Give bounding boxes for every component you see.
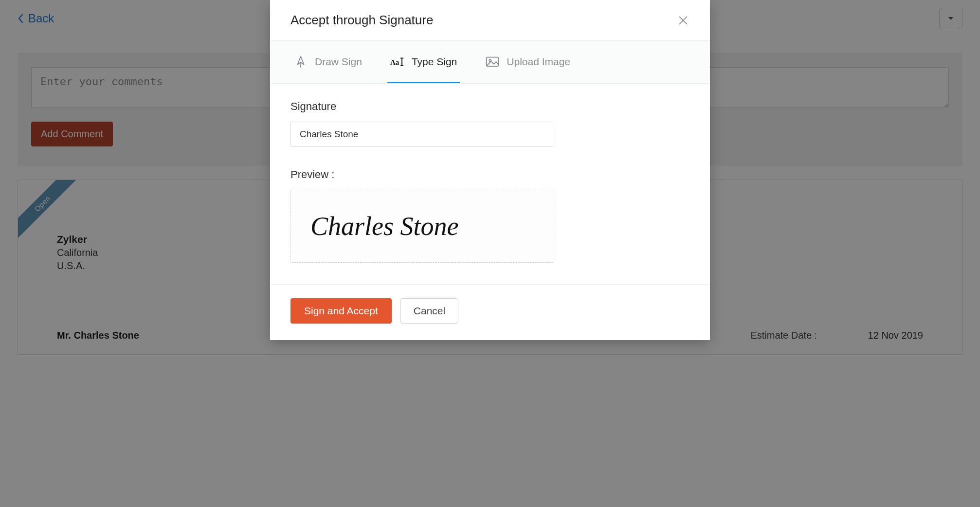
close-button[interactable] (677, 14, 690, 27)
tab-type-sign[interactable]: Aa Type Sign (387, 41, 460, 83)
preview-label: Preview : (290, 168, 690, 181)
tab-draw-sign[interactable]: Draw Sign (290, 41, 365, 83)
signature-preview: Charles Stone (290, 190, 553, 263)
cancel-button[interactable]: Cancel (400, 298, 458, 324)
modal-tabs: Draw Sign Aa Type Sign Upload Image (270, 41, 710, 84)
tab-label: Type Sign (412, 56, 457, 68)
type-icon: Aa (390, 54, 405, 69)
modal-header: Accept through Signature (270, 0, 710, 41)
signature-input[interactable] (290, 122, 553, 147)
tab-upload-image[interactable]: Upload Image (482, 41, 573, 83)
sign-and-accept-button[interactable]: Sign and Accept (290, 298, 392, 324)
image-icon (485, 54, 500, 69)
modal-body: Signature Preview : Charles Stone (270, 84, 710, 284)
modal-footer: Sign and Accept Cancel (270, 284, 710, 340)
tab-label: Draw Sign (315, 56, 362, 68)
pen-icon (293, 54, 308, 69)
signature-modal: Accept through Signature Draw Sign Aa Ty… (270, 0, 710, 340)
svg-text:Aa: Aa (390, 58, 399, 66)
signature-preview-text: Charles Stone (310, 213, 459, 239)
close-icon (678, 15, 689, 26)
tab-label: Upload Image (507, 56, 570, 68)
signature-label: Signature (290, 100, 690, 113)
modal-title: Accept through Signature (290, 13, 433, 28)
